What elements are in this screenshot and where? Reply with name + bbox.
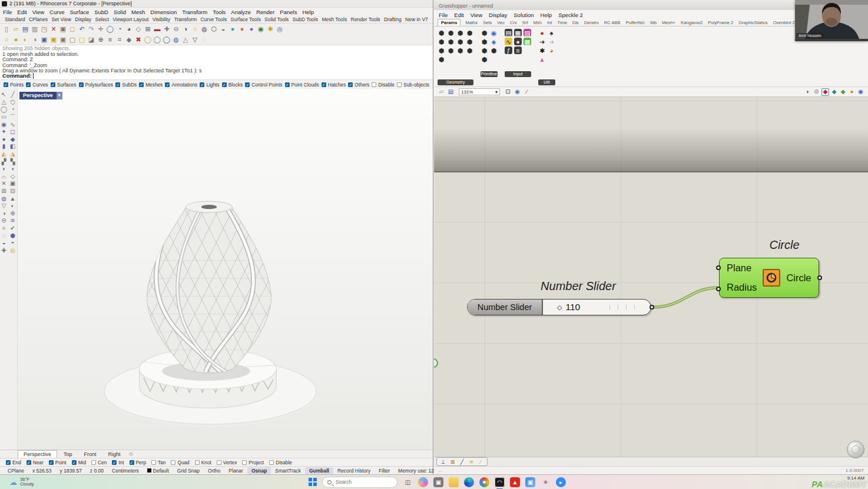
status-pane-filter[interactable]: Filter: [375, 467, 394, 474]
viewport-new-tab-icon[interactable]: ◇: [130, 451, 133, 457]
toggle-polysurfaces[interactable]: ✓Polysurfaces: [79, 82, 114, 88]
circle-component-icon[interactable]: [763, 269, 780, 287]
solid-icon[interactable]: ◧: [9, 143, 16, 151]
subd-icon[interactable]: ⬢: [9, 232, 16, 239]
canvas-navigation-ball[interactable]: [847, 441, 864, 458]
preview-shaded-icon[interactable]: ◆: [830, 88, 838, 96]
select-arrow-icon[interactable]: ↖: [0, 91, 8, 99]
gh-tab-graphicstatics[interactable]: GraphicStatics: [738, 20, 768, 26]
open-file-icon[interactable]: ▱: [438, 88, 445, 96]
toolbar-icon[interactable]: ⬢: [447, 29, 455, 36]
frame-icon[interactable]: ▢: [68, 35, 77, 44]
sun-icon[interactable]: ✱: [266, 25, 274, 33]
split-icon[interactable]: ▚: [9, 158, 16, 165]
bulb-half-icon[interactable]: ◐: [21, 35, 29, 44]
grid-snap-icon[interactable]: ⌗: [115, 35, 124, 44]
gh-tab-rc-abb[interactable]: RC ABB: [604, 20, 621, 26]
curve-icon[interactable]: ⌒: [9, 114, 16, 121]
menu-surface[interactable]: Surface: [69, 9, 89, 15]
cage-icon[interactable]: ⊕: [9, 210, 16, 218]
menu-solution[interactable]: Solution: [513, 12, 534, 18]
toolbar-icon[interactable]: ◉: [490, 29, 498, 36]
undo-icon[interactable]: ↶: [78, 25, 86, 33]
group-label-primitive[interactable]: Primitive: [481, 71, 498, 77]
preview-custom-icon[interactable]: ◆: [839, 88, 847, 96]
cancel-icon[interactable]: ✖: [134, 35, 143, 44]
circle-output-label[interactable]: Circle: [786, 272, 811, 284]
folder-icon[interactable]: [449, 477, 459, 487]
shade-icon[interactable]: ◑: [31, 35, 39, 44]
surface-icon[interactable]: ✦: [0, 128, 8, 136]
print-icon[interactable]: ▥: [31, 25, 39, 33]
arc-icon[interactable]: ◔: [9, 106, 16, 114]
toggle-surfaces[interactable]: ✓Surfaces: [51, 82, 77, 88]
checkbox[interactable]: ✓: [26, 460, 31, 465]
menu-file[interactable]: File: [439, 12, 448, 18]
light-icon[interactable]: ○: [191, 25, 199, 33]
search-input[interactable]: [334, 478, 387, 485]
relay-icon[interactable]: ➜: [538, 38, 546, 45]
sphere-icon[interactable]: ●: [0, 136, 8, 144]
preview-off-icon[interactable]: ⊘: [813, 88, 820, 96]
toggle-control-points[interactable]: ✓Control Points: [245, 82, 282, 88]
gh-tab-maths[interactable]: Maths: [465, 20, 478, 26]
rhino-icon[interactable]: ◠: [495, 477, 505, 487]
toolbar-tab-viewport-layout[interactable]: Viewport Layout: [112, 16, 148, 22]
checkbox[interactable]: [91, 460, 96, 465]
toolbar-icon[interactable]: ⬢: [481, 38, 488, 45]
sketch-icon[interactable]: ∕: [523, 88, 531, 96]
toggle-cen[interactable]: Cen: [91, 460, 107, 465]
menu-analyze[interactable]: Analyze: [231, 9, 251, 15]
sphere-purple-icon[interactable]: ●: [247, 25, 256, 33]
gh-tab-ovenbird-2[interactable]: Ovenbird 2: [773, 20, 796, 26]
menu-edit[interactable]: Edit: [454, 12, 463, 18]
draw-line-icon[interactable]: ╱: [459, 458, 465, 465]
toolbar-icon[interactable]: ⬢: [438, 38, 445, 45]
checkbox[interactable]: ✓: [130, 460, 134, 465]
preview-wire-icon[interactable]: ◆: [821, 88, 829, 96]
blend-icon[interactable]: ≋: [9, 217, 16, 225]
ghost-icon[interactable]: ◌: [200, 35, 208, 44]
status-pane-planar[interactable]: Planar: [224, 467, 247, 474]
toolbar-icon[interactable]: ⬢: [456, 38, 464, 45]
analyze-icon[interactable]: ◒: [0, 239, 8, 247]
check-icon[interactable]: ✔: [9, 225, 16, 232]
menu-edit[interactable]: Edit: [17, 9, 26, 15]
toolbar-tab-mesh-tools[interactable]: Mesh Tools: [322, 16, 347, 22]
toggle-lights[interactable]: ✓Lights: [200, 82, 219, 88]
gh-tab-polyframe-2[interactable]: PolyFrame 2: [707, 20, 734, 26]
toolbar-icon[interactable]: ⬢: [481, 46, 488, 54]
menu-panels[interactable]: Panels: [280, 9, 297, 15]
task-view-icon[interactable]: ◫: [403, 477, 413, 487]
toolbar-icon[interactable]: ⬢: [447, 46, 455, 54]
menu-view[interactable]: View: [471, 12, 482, 18]
toggle-knot[interactable]: Knot: [195, 460, 211, 465]
menu-file[interactable]: File: [3, 9, 12, 15]
checkbox[interactable]: ✓: [115, 82, 120, 87]
knob-icon[interactable]: ●: [514, 38, 522, 45]
remove-icon[interactable]: ⊖: [172, 25, 180, 33]
toggle-blocks[interactable]: ✓Blocks: [222, 82, 243, 88]
offset-icon[interactable]: ⌓: [0, 173, 8, 181]
status-pane-gumball[interactable]: Gumball: [305, 467, 333, 474]
checkbox[interactable]: ✓: [112, 460, 117, 465]
gh-tab-time[interactable]: Time: [556, 20, 568, 26]
rectangle-icon[interactable]: ▭: [0, 114, 8, 121]
bulb-icon[interactable]: ●: [12, 35, 20, 44]
frame-active-icon[interactable]: ▢: [78, 35, 86, 44]
start-button[interactable]: [309, 478, 317, 486]
toolbar-icon[interactable]: ⬢: [466, 29, 473, 36]
checkbox[interactable]: ✓: [200, 82, 204, 87]
panel-icon[interactable]: ▣: [59, 35, 67, 44]
toggle-point[interactable]: ✓Point: [49, 460, 67, 465]
slider-value-group[interactable]: ◇ 110: [557, 300, 580, 315]
grid-icon[interactable]: ⊞: [144, 25, 152, 33]
gh-tab-sets[interactable]: Sets: [482, 20, 492, 26]
toolbar-icon[interactable]: ⬢: [466, 38, 473, 45]
toggle-end[interactable]: ✓End: [6, 460, 21, 465]
toggle-project[interactable]: Project: [242, 460, 264, 465]
toolbar-tab-drafting[interactable]: Drafting: [384, 16, 402, 22]
jump-icon[interactable]: ➜: [548, 38, 555, 45]
toolbar-tab-subd-tools[interactable]: SubD Tools: [293, 16, 318, 22]
boolean-diff-icon[interactable]: ◮: [9, 151, 16, 158]
